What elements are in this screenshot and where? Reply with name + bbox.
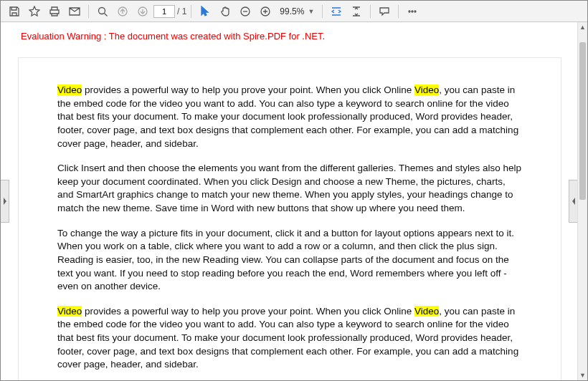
zoom-in-icon[interactable] (256, 3, 275, 20)
save-icon[interactable] (5, 3, 24, 20)
highlight: Video (57, 306, 82, 317)
comment-icon[interactable] (375, 3, 394, 20)
star-icon[interactable] (25, 3, 44, 20)
zoom-out-icon[interactable] (236, 3, 255, 20)
paragraph-4: Video provides a powerful way to help yo… (57, 305, 522, 372)
scroll-down-icon[interactable]: ▼ (578, 370, 587, 380)
svg-point-7 (414, 11, 416, 12)
highlight: Video (414, 306, 439, 317)
more-icon[interactable] (403, 3, 422, 20)
app-window: / 1 99.5% ▼ ▲ ▼ Evaluation Wa (0, 0, 588, 381)
fit-page-icon[interactable] (347, 3, 366, 20)
paragraph-2: Click Insert and then choose the element… (57, 162, 522, 216)
separator (398, 5, 399, 18)
separator (370, 5, 371, 18)
paragraph-3: To change the way a picture fits in your… (57, 227, 522, 294)
page-down-icon[interactable] (133, 3, 152, 20)
highlight: Video (414, 85, 439, 95)
chevron-down-icon: ▼ (308, 8, 314, 15)
page-up-icon[interactable] (113, 3, 132, 20)
scroll-up-icon[interactable]: ▲ (578, 22, 587, 32)
svg-point-0 (99, 7, 105, 14)
separator (322, 5, 323, 18)
text: provides a powerful way to help you prov… (82, 306, 414, 317)
zoom-level-select[interactable]: 99.5% ▼ (276, 5, 318, 18)
page-current-input[interactable] (153, 5, 175, 18)
document-page: Video provides a powerful way to help yo… (18, 57, 561, 380)
zoom-level-label: 99.5% (280, 6, 304, 16)
separator (191, 5, 191, 18)
highlight: Video (57, 85, 82, 95)
print-icon[interactable] (45, 3, 64, 20)
content-area: ▲ ▼ Evaluation Warning : The document wa… (1, 22, 587, 380)
search-icon[interactable] (93, 3, 112, 20)
pointer-icon[interactable] (196, 3, 214, 20)
toolbar: / 1 99.5% ▼ (1, 1, 587, 22)
mail-icon[interactable] (65, 3, 84, 20)
document-viewport: Evaluation Warning : The document was cr… (12, 22, 567, 380)
svg-point-5 (409, 11, 410, 12)
evaluation-warning: Evaluation Warning : The document was cr… (18, 31, 561, 42)
paragraph-1: Video provides a powerful way to help yo… (57, 84, 522, 150)
vertical-scrollbar[interactable]: ▲ ▼ (577, 22, 587, 380)
separator (88, 5, 89, 18)
left-panel-toggle[interactable] (1, 180, 9, 223)
page-indicator: / 1 (153, 5, 186, 18)
page-total-label: / 1 (177, 6, 186, 16)
right-panel-toggle[interactable] (569, 180, 577, 223)
text: provides a powerful way to help you prov… (82, 85, 414, 95)
fit-width-icon[interactable] (327, 3, 346, 20)
svg-point-6 (412, 11, 413, 12)
hand-icon[interactable] (216, 3, 234, 20)
scroll-thumb[interactable] (579, 42, 586, 200)
